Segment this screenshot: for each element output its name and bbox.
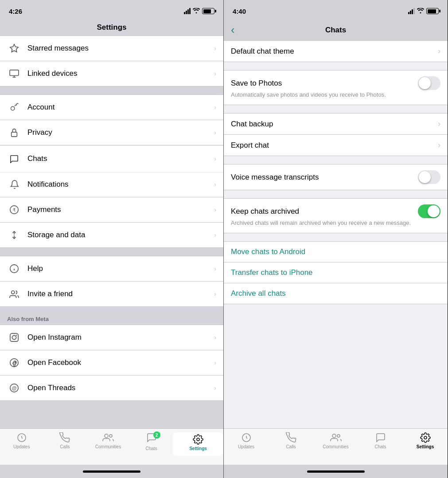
chevron-icon: ›	[214, 384, 216, 392]
chevron-icon: ›	[214, 70, 216, 77]
key-icon	[7, 100, 21, 114]
chats-badge: 2	[153, 431, 160, 439]
chevron-icon: ›	[214, 231, 216, 239]
payments-icon: ₹	[7, 203, 21, 217]
save-to-photos-toggle[interactable]	[418, 76, 440, 90]
voice-message-item[interactable]: Voice message transcripts	[224, 165, 448, 190]
storage-data-label: Storage and data	[27, 231, 210, 239]
payments-label: Payments	[27, 205, 210, 214]
privacy-item[interactable]: Privacy ›	[0, 120, 223, 145]
left-page-title: Settings	[7, 23, 216, 32]
notifications-item[interactable]: Notifications ›	[0, 172, 223, 197]
right-tab-communities[interactable]: Communities	[313, 432, 358, 456]
default-chat-theme-label: Default chat theme	[231, 47, 434, 56]
voice-message-toggle[interactable]	[418, 170, 440, 184]
facebook-label: Open Facebook	[27, 358, 210, 367]
svg-point-21	[105, 434, 108, 438]
instagram-item[interactable]: Open Instagram ›	[0, 325, 223, 350]
privacy-label: Privacy	[27, 128, 210, 137]
right-home-indicator	[224, 465, 448, 478]
account-label: Account	[27, 103, 210, 112]
save-to-photos-item[interactable]: Save to Photos Automatically save photos…	[224, 71, 448, 105]
facebook-item[interactable]: Open Facebook ›	[0, 350, 223, 376]
settings-list: Starred messages › Linked devices › Acco…	[0, 35, 223, 428]
right-tab-communities-label: Communities	[323, 444, 348, 449]
star-icon	[7, 41, 21, 55]
linked-devices-label: Linked devices	[27, 69, 210, 78]
right-tab-calls-label: Calls	[286, 444, 296, 449]
tab-chats[interactable]: 2 Chats	[130, 432, 173, 456]
tab-chats-label: Chats	[146, 446, 157, 451]
tab-settings-label: Settings	[189, 446, 206, 451]
battery-icon	[202, 8, 214, 14]
keep-archived-item[interactable]: Keep chats archived Archived chats will …	[224, 199, 448, 233]
help-label: Help	[27, 264, 210, 273]
left-nav-bar: Settings	[0, 20, 223, 35]
default-chat-theme-item[interactable]: Default chat theme ›	[224, 41, 448, 62]
starred-messages-item[interactable]: Starred messages ›	[0, 36, 223, 61]
chevron-icon: ›	[214, 181, 216, 188]
svg-point-16	[16, 335, 17, 336]
invite-friend-item[interactable]: Invite a friend ›	[0, 282, 223, 306]
archive-all-chats-label: Archive all chats	[231, 289, 440, 298]
tab-calls-label: Calls	[60, 444, 70, 449]
back-button[interactable]: ‹	[231, 23, 244, 37]
wifi-icon	[193, 8, 200, 15]
chevron-icon: ›	[214, 45, 216, 52]
chat-backup-item[interactable]: Chat backup ›	[224, 114, 448, 135]
chevron-icon: ›	[214, 359, 216, 366]
svg-marker-0	[10, 44, 18, 52]
voice-message-label: Voice message transcripts	[231, 173, 418, 182]
keep-archived-toggle[interactable]	[418, 204, 440, 218]
left-tab-bar: Updates Calls Communities 2 Chats Settin…	[0, 428, 223, 465]
help-item[interactable]: Help ›	[0, 256, 223, 282]
chevron-icon: ›	[214, 334, 216, 341]
chats-item[interactable]: Chats ›	[0, 145, 223, 172]
account-item[interactable]: Account ›	[0, 95, 223, 120]
right-status-icons	[408, 8, 439, 15]
archive-all-chats-item[interactable]: Archive all chats	[224, 283, 448, 304]
threads-item[interactable]: @ Open Threads ›	[0, 376, 223, 400]
chats-settings-list: Default chat theme › Save to Photos Auto…	[224, 40, 448, 428]
top-section: Starred messages › Linked devices ›	[0, 35, 223, 86]
svg-point-25	[332, 434, 336, 438]
save-to-photos-label: Save to Photos	[231, 79, 418, 88]
right-nav-bar: ‹ Chats	[224, 20, 448, 40]
right-page-title: Chats	[244, 26, 427, 35]
keep-archived-label: Keep chats archived	[231, 207, 418, 216]
left-home-indicator	[0, 465, 223, 478]
right-status-bar: 4:40	[224, 0, 448, 20]
svg-point-27	[424, 436, 427, 439]
right-tab-chats[interactable]: Chats	[358, 432, 403, 456]
right-tab-updates[interactable]: Updates	[224, 432, 269, 456]
chevron-icon: ›	[214, 265, 216, 272]
payments-item[interactable]: ₹ Payments ›	[0, 197, 223, 223]
transfer-chats-iphone-item[interactable]: Transfer chats to iPhone	[224, 263, 448, 283]
chevron-icon: ›	[438, 47, 440, 56]
export-chat-item[interactable]: Export chat ›	[224, 135, 448, 156]
signal-icon	[408, 8, 415, 14]
tab-updates[interactable]: Updates	[0, 432, 43, 456]
right-tab-chats-label: Chats	[374, 444, 386, 449]
tab-communities[interactable]: Communities	[86, 432, 130, 456]
right-tab-calls[interactable]: Calls	[269, 432, 313, 456]
linked-devices-item[interactable]: Linked devices ›	[0, 61, 223, 86]
help-section: Help › Invite a friend ›	[0, 256, 223, 307]
tab-settings[interactable]: Settings	[173, 432, 223, 456]
signal-icon	[184, 8, 191, 14]
storage-data-item[interactable]: Storage and data ›	[0, 223, 223, 247]
left-panel: 4:26 Settings St	[0, 0, 224, 478]
threads-icon: @	[7, 381, 21, 395]
move-chats-android-item[interactable]: Move chats to Android	[224, 242, 448, 263]
svg-rect-14	[10, 333, 18, 341]
notifications-label: Notifications	[27, 180, 210, 189]
tab-communities-label: Communities	[95, 444, 121, 449]
right-tab-settings[interactable]: Settings	[403, 432, 448, 456]
threads-label: Open Threads	[27, 384, 210, 392]
right-tab-settings-label: Settings	[417, 444, 434, 449]
svg-point-13	[12, 291, 15, 294]
tab-calls[interactable]: Calls	[43, 432, 87, 456]
left-status-icons	[184, 8, 214, 15]
right-tab-updates-label: Updates	[238, 444, 254, 449]
svg-text:@: @	[12, 385, 16, 391]
